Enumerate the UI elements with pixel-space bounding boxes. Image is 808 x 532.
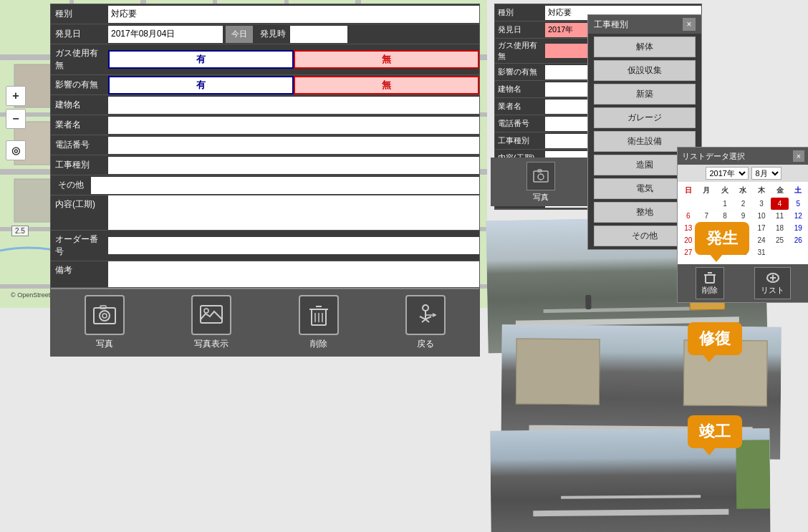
phone-row: 電話番号 [51,135,479,155]
remarks-textarea[interactable] [108,261,479,287]
company-row: 業者名 [51,115,479,135]
influence-yes-button[interactable]: 有 [108,76,294,95]
svg-rect-44 [706,275,714,283]
cal-day[interactable]: 24 [752,234,771,246]
right-photo-button[interactable]: 写真 [526,162,555,203]
koujishubetsu-item-1[interactable]: 仮設収集 [594,60,696,81]
photo-button[interactable]: 写真 [62,295,148,350]
cal-day[interactable]: 3 [752,198,771,210]
right-contype-label: 工事種別 [495,134,545,147]
camera-icon [92,302,117,328]
phone-label: 電話番号 [51,136,108,154]
calendar-close-button[interactable]: × [793,150,804,162]
building-label: 建物名 [51,96,108,114]
right-building-label: 建物名 [495,82,545,96]
map-scale: 2.5 [11,226,29,236]
cal-day[interactable] [734,258,753,263]
cal-day[interactable]: 26 [789,234,807,246]
cal-day[interactable]: 12 [789,210,807,222]
right-camera-icon [526,162,555,190]
gas-no-button[interactable]: 無 [294,50,479,69]
cal-day[interactable] [679,198,698,210]
remarks-label: 備考 [51,261,108,279]
trash-small-icon [703,271,717,285]
koujishubetsu-item-3[interactable]: ガレージ [594,107,696,128]
construction-type-input[interactable] [108,157,479,174]
svg-line-37 [425,319,429,322]
influence-no-button[interactable]: 無 [294,76,479,95]
cal-day[interactable]: 11 [771,210,789,222]
cal-day[interactable]: 8 [716,210,734,222]
location-button[interactable]: ◎ [6,140,26,160]
cal-day[interactable]: 25 [771,234,789,246]
discovery-date-input[interactable] [108,26,223,43]
cal-day[interactable]: 10 [752,210,771,222]
building-row: 建物名 [51,95,479,115]
calendar-list-label: リスト [761,285,784,296]
image-icon [198,302,224,328]
calendar-month-row: 2017年 8月 [678,165,808,182]
company-label: 業者名 [51,116,108,134]
cal-week-2: 6 7 8 9 10 11 12 [679,210,807,222]
sonota-input[interactable] [91,177,479,194]
cal-header-wed: 水 [734,183,753,198]
photo-view-button[interactable]: 写真表示 [168,295,254,350]
photo-view-label: 写真表示 [194,338,229,350]
cal-day[interactable]: 31 [752,246,771,258]
cal-day[interactable]: 2 [734,198,753,210]
gas-yes-button[interactable]: 有 [108,50,294,69]
right-influence-label: 影響の有無 [495,65,545,79]
cal-day[interactable]: 18 [771,222,789,234]
delete-icon [299,295,339,335]
cal-day[interactable]: 5 [789,198,807,210]
calendar-delete-button[interactable]: 削除 [696,267,724,299]
road-marking-5 [561,495,701,499]
calendar-month-select[interactable]: 8月 [751,167,781,180]
cal-day-4[interactable]: 4 [771,198,789,210]
construction-type-row: 工事種別 [51,155,479,175]
company-input[interactable] [108,117,479,134]
cal-day[interactable] [698,198,716,210]
delete-button[interactable]: 削除 [276,295,362,350]
zoom-in-button[interactable]: + [6,86,26,106]
cal-day[interactable]: 6 [679,210,698,222]
koujishubetsu-item-0[interactable]: 解体 [594,37,696,57]
today-button[interactable]: 今日 [226,26,253,43]
koujishubetsu-item-2[interactable]: 新築 [594,84,696,105]
cal-day[interactable] [752,258,771,263]
map-controls: + 2.5 − ◎ [6,86,26,160]
road-marking-4 [533,509,728,516]
cal-day[interactable] [789,246,807,258]
order-input[interactable] [108,237,479,254]
calendar-header: リストデータ選択 × [678,147,808,165]
phone-input[interactable] [108,137,479,154]
cal-header-sun: 日 [679,183,698,198]
influence-label: 影響の有無 [51,76,108,94]
koujishubetsu-close-button[interactable]: × [683,18,696,31]
cal-day[interactable]: 7 [698,210,716,222]
person-walk-icon [413,302,438,328]
cal-day[interactable]: 17 [752,222,771,234]
cal-day[interactable]: 9 [734,210,753,222]
cal-day[interactable] [771,246,789,258]
zoom-out-button[interactable]: − [6,109,26,129]
calendar-bottom-toolbar: 削除 リスト [678,264,808,302]
calendar-list-button[interactable]: リスト [754,267,791,299]
cal-header-thu: 木 [752,183,771,198]
cal-day[interactable] [679,258,698,263]
cal-day[interactable]: 1 [716,198,734,210]
discovery-time-input[interactable] [290,26,347,43]
building-input[interactable] [108,97,479,114]
svg-point-25 [102,314,107,318]
cal-day[interactable] [771,258,789,263]
svg-point-34 [423,305,428,311]
gas-label: ガス使用有無 [51,44,108,74]
content-textarea[interactable] [108,195,479,230]
back-button[interactable]: 戻る [383,295,468,350]
calendar-year-select[interactable]: 2017年 [706,167,749,180]
bubble-hassei: 発生 [695,222,749,255]
discovery-time-label: 発見時 [256,28,290,40]
cal-day[interactable]: 19 [789,222,807,234]
title-input[interactable]: 対応要 [108,6,479,23]
cal-day[interactable] [789,258,807,263]
